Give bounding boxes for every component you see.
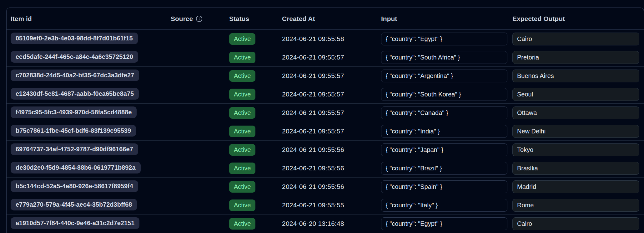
item-id-cell: e779a270-579a-4f45-aec4-35b72d3bff68 (11, 199, 171, 212)
item-id-badge[interactable]: 69764737-34af-4752-9787-d90df96166e7 (11, 143, 138, 155)
expected-output-box: Seoul (512, 88, 639, 101)
created-at-cell: 2024-06-21 09:55:55 (282, 201, 381, 209)
created-at-value: 2024-06-21 09:55:57 (282, 127, 344, 135)
table-row[interactable]: e779a270-579a-4f45-aec4-35b72d3bff68 Act… (7, 196, 644, 215)
table-row[interactable]: b75c7861-1fbe-45cf-bdf6-83f139c95539 Act… (7, 122, 644, 141)
created-at-value: 2024-06-21 09:55:57 (282, 91, 344, 98)
expected-output-cell: Seoul (512, 88, 644, 101)
item-id-badge[interactable]: c702838d-24d5-40a2-bf35-67dc3a3dfe27 (11, 70, 139, 81)
table-row[interactable]: 69764737-34af-4752-9787-d90df96166e7 Act… (7, 141, 644, 159)
item-id-badge[interactable]: e779a270-579a-4f45-aec4-35b72d3bff68 (11, 199, 137, 210)
expected-output-box: Cairo (512, 33, 639, 45)
input-cell: { "country": "South Africa" } (381, 51, 512, 64)
status-cell: Active (229, 163, 282, 174)
item-id-cell: eed5dafe-244f-465c-a84c-4a6e35725120 (11, 51, 171, 64)
item-id-badge[interactable]: de30d2e0-f5d9-4854-88b6-0619771b892a (11, 162, 141, 173)
expected-output-box: Rome (512, 199, 639, 212)
expected-output-cell: Brasília (512, 162, 644, 175)
item-id-cell: f4975c95-5fc3-4939-970d-58fa5cd4888e (11, 106, 171, 119)
input-cell: { "country": "South Korea" } (381, 88, 512, 101)
table-row[interactable]: eed5dafe-244f-465c-a84c-4a6e35725120 Act… (7, 48, 644, 67)
expected-output-cell: Madrid (512, 180, 644, 193)
expected-output-box: Buenos Aires (512, 70, 639, 82)
input-box: { "country": "Japan" } (381, 143, 507, 156)
expected-output-box: Tokyo (512, 143, 639, 156)
item-id-badge[interactable]: f4975c95-5fc3-4939-970d-58fa5cd4888e (11, 106, 137, 118)
input-cell: { "country": "Brazil" } (381, 162, 512, 175)
item-id-cell: c702838d-24d5-40a2-bf35-67dc3a3dfe27 (11, 70, 171, 82)
item-id-cell: b5c144cd-52a5-4a80-926e-58617f8959f4 (11, 180, 171, 193)
table-row[interactable]: b5c144cd-52a5-4a80-926e-58617f8959f4 Act… (7, 178, 644, 196)
created-at-value: 2024-06-21 09:55:58 (282, 35, 344, 42)
column-header-label: Item id (11, 15, 32, 23)
created-at-cell: 2024-06-21 09:55:56 (282, 164, 381, 172)
item-id-cell: 05109ef0-2e3b-4e03-98dd-8f7d01b61f15 (11, 33, 171, 45)
created-at-cell: 2024-06-21 09:55:57 (282, 109, 381, 116)
created-at-cell: 2024-06-20 13:16:48 (282, 220, 381, 227)
column-header-label: Source (171, 15, 193, 23)
input-box: { "country": "India" } (381, 125, 507, 138)
expected-output-cell: Pretoria (512, 51, 644, 64)
item-id-badge[interactable]: eed5dafe-244f-465c-a84c-4a6e35725120 (11, 51, 138, 63)
item-id-badge[interactable]: b5c144cd-52a5-4a80-926e-58617f8959f4 (11, 180, 138, 192)
status-badge: Active (229, 144, 255, 156)
input-box: { "country": "Egypt" } (381, 33, 507, 45)
status-badge: Active (229, 89, 255, 100)
input-cell: { "country": "Spain" } (381, 180, 512, 193)
created-at-value: 2024-06-20 13:16:48 (282, 220, 344, 227)
expected-output-box: Ottawa (512, 106, 639, 119)
column-header-expected-output: Expected Output (512, 15, 644, 23)
status-badge: Active (229, 181, 255, 193)
item-id-badge[interactable]: e12430df-5e81-4687-aabb-f0ea65be8a75 (11, 88, 139, 100)
input-cell: { "country": "Italy" } (381, 199, 512, 212)
input-box: { "country": "Egypt" } (381, 217, 507, 230)
item-id-badge[interactable]: 05109ef0-2e3b-4e03-98dd-8f7d01b61f15 (11, 33, 138, 44)
created-at-value: 2024-06-21 09:55:56 (282, 183, 344, 190)
expected-output-cell: New Delhi (512, 125, 644, 138)
status-cell: Active (229, 107, 282, 119)
column-header-label: Status (229, 15, 249, 23)
item-id-cell: de30d2e0-f5d9-4854-88b6-0619771b892a (11, 162, 171, 175)
table-row[interactable]: 05109ef0-2e3b-4e03-98dd-8f7d01b61f15 Act… (7, 30, 644, 48)
input-cell: { "country": "Egypt" } (381, 217, 512, 230)
input-box: { "country": "Argentina" } (381, 70, 507, 82)
expected-output-cell: Rome (512, 199, 644, 212)
status-cell: Active (229, 70, 282, 82)
status-badge: Active (229, 163, 255, 174)
created-at-value: 2024-06-21 09:55:57 (282, 72, 344, 79)
table-row[interactable]: f4975c95-5fc3-4939-970d-58fa5cd4888e Act… (7, 104, 644, 122)
created-at-cell: 2024-06-21 09:55:57 (282, 72, 381, 80)
input-box: { "country": "South Africa" } (381, 51, 507, 64)
table-row[interactable]: e12430df-5e81-4687-aabb-f0ea65be8a75 Act… (7, 85, 644, 104)
created-at-cell: 2024-06-21 09:55:57 (282, 127, 381, 135)
column-header-label: Created At (282, 15, 315, 23)
input-box: { "country": "Italy" } (381, 199, 507, 212)
info-icon[interactable] (196, 15, 203, 22)
input-box: { "country": "South Korea" } (381, 88, 507, 101)
expected-output-cell: Tokyo (512, 143, 644, 156)
table-row[interactable]: de30d2e0-f5d9-4854-88b6-0619771b892a Act… (7, 159, 644, 178)
expected-output-box: Madrid (512, 180, 639, 193)
item-id-cell: b75c7861-1fbe-45cf-bdf6-83f139c95539 (11, 125, 171, 138)
item-id-cell: a1910d57-7f84-440c-9e46-a31c2d7e2151 (11, 217, 171, 230)
created-at-value: 2024-06-21 09:55:56 (282, 164, 344, 172)
expected-output-box: Brasília (512, 162, 639, 175)
created-at-cell: 2024-06-21 09:55:57 (282, 91, 381, 98)
input-cell: { "country": "India" } (381, 125, 512, 138)
table-body: 05109ef0-2e3b-4e03-98dd-8f7d01b61f15 Act… (7, 30, 644, 233)
item-id-badge[interactable]: b75c7861-1fbe-45cf-bdf6-83f139c95539 (11, 125, 136, 137)
table-row[interactable]: c702838d-24d5-40a2-bf35-67dc3a3dfe27 Act… (7, 67, 644, 85)
status-cell: Active (229, 126, 282, 137)
input-cell: { "country": "Japan" } (381, 143, 512, 156)
table-row[interactable]: a1910d57-7f84-440c-9e46-a31c2d7e2151 Act… (7, 215, 644, 233)
input-box: { "country": "Spain" } (381, 180, 507, 193)
input-cell: { "country": "Canada" } (381, 106, 512, 119)
status-badge: Active (229, 70, 255, 82)
status-cell: Active (229, 144, 282, 156)
dataset-items-table: Item id Source Status Created At Input E… (6, 8, 644, 233)
created-at-value: 2024-06-21 09:55:55 (282, 201, 344, 209)
expected-output-cell: Ottawa (512, 106, 644, 119)
item-id-badge[interactable]: a1910d57-7f84-440c-9e46-a31c2d7e2151 (11, 217, 139, 229)
created-at-value: 2024-06-21 09:55:57 (282, 109, 344, 116)
input-cell: { "country": "Egypt" } (381, 33, 512, 45)
